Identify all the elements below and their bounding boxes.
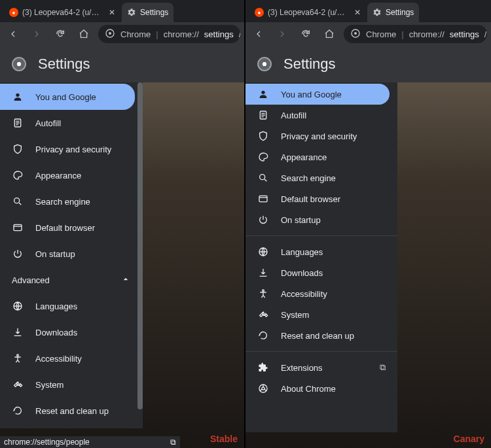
status-bar: chrome://settings/people ⧉ <box>0 436 180 448</box>
tab-title: (3) Leopeva64-2 (u/Leopeva64-2… <box>22 8 103 17</box>
nav-system[interactable]: System <box>245 304 397 325</box>
nav-list: You and Google Autofill Privacy and secu… <box>245 82 397 432</box>
canary-pane: ● (3) Leopeva64-2 (u/Leopeva64-… ✕ Setti… <box>245 0 491 448</box>
nav-label: System <box>281 310 309 320</box>
svg-point-4 <box>14 198 20 203</box>
omnibox-sep: | <box>156 29 158 39</box>
autofill-icon <box>12 117 24 129</box>
nav-search-engine[interactable]: Search engine <box>245 167 397 188</box>
browser-icon <box>257 193 269 205</box>
nav-extensions[interactable]: Extensions ⧉ <box>245 357 397 378</box>
tab-title: Settings <box>140 8 168 17</box>
nav-you-and-google[interactable]: You and Google <box>245 84 390 105</box>
nav-autofill[interactable]: Autofill <box>245 105 397 126</box>
nav-label: Search engine <box>281 173 336 183</box>
forward-button[interactable] <box>273 25 291 43</box>
svg-point-12 <box>260 175 265 180</box>
nav-label: Accessibility <box>35 354 82 364</box>
nav-label: Downloads <box>35 328 77 337</box>
svg-point-15 <box>263 290 264 292</box>
svg-point-10 <box>261 91 264 94</box>
nav-you-and-google[interactable]: You and Google <box>0 84 135 110</box>
nav-accessibility[interactable]: Accessibility <box>245 283 397 304</box>
reset-icon <box>257 330 269 341</box>
nav-on-startup[interactable]: On startup <box>245 209 397 230</box>
nav-search-engine[interactable]: Search engine <box>0 188 143 215</box>
svg-point-17 <box>262 387 264 390</box>
nav-label: Autofill <box>35 118 61 128</box>
nav-appearance[interactable]: Appearance <box>0 162 143 188</box>
nav-downloads[interactable]: Downloads <box>245 262 397 283</box>
nav-label: Privacy and security <box>35 145 111 154</box>
globe-icon <box>257 246 269 258</box>
omnibox-url-strong: settings <box>450 29 479 39</box>
omnibox-prefix: Chrome <box>366 29 396 39</box>
nav-privacy[interactable]: Privacy and security <box>245 126 397 146</box>
svg-point-7 <box>17 354 19 356</box>
back-button[interactable] <box>4 25 22 43</box>
tab-reddit[interactable]: ● (3) Leopeva64-2 (u/Leopeva64-2… ✕ <box>4 3 122 22</box>
nav-label: Accessibility <box>281 289 327 299</box>
palette-icon <box>257 151 269 163</box>
nav-default-browser[interactable]: Default browser <box>245 188 397 209</box>
nav-label: Autofill <box>281 111 306 120</box>
nav-appearance[interactable]: Appearance <box>245 146 397 167</box>
close-icon[interactable]: ✕ <box>107 8 117 17</box>
search-icon <box>257 172 269 184</box>
nav-label: Appearance <box>35 171 81 181</box>
nav-default-browser[interactable]: Default browser <box>0 215 143 241</box>
nav-reset[interactable]: Reset and clean up <box>0 398 143 424</box>
toolbar: Chrome | chrome://settings/people <box>0 22 244 46</box>
tabstrip: ● (3) Leopeva64-2 (u/Leopeva64-… ✕ Setti… <box>245 0 491 22</box>
tab-settings[interactable]: Settings <box>122 3 173 22</box>
reddit-icon: ● <box>9 8 18 17</box>
reset-icon <box>12 405 24 417</box>
nav-on-startup[interactable]: On startup <box>0 241 143 267</box>
download-icon <box>12 326 24 338</box>
nav-accessibility[interactable]: Accessibility <box>0 345 143 371</box>
person-icon <box>12 91 24 103</box>
nav-divider <box>245 235 397 236</box>
nav-reset[interactable]: Reset and clean up <box>245 325 397 346</box>
tab-reddit[interactable]: ● (3) Leopeva64-2 (u/Leopeva64-… ✕ <box>249 3 367 22</box>
home-button[interactable] <box>320 25 338 43</box>
nav-privacy[interactable]: Privacy and security <box>0 136 143 162</box>
person-icon <box>257 88 269 100</box>
nav-label: Extensions <box>281 363 323 373</box>
nav-label: On startup <box>281 215 321 225</box>
stable-pane: ● (3) Leopeva64-2 (u/Leopeva64-2… ✕ Sett… <box>0 0 245 448</box>
omnibox[interactable]: Chrome | chrome://settings/people <box>98 25 240 43</box>
home-button[interactable] <box>75 25 93 43</box>
reddit-icon: ● <box>255 8 264 17</box>
gear-icon <box>127 8 136 17</box>
close-icon[interactable]: ✕ <box>353 8 362 17</box>
status-text: chrome://settings/people <box>4 438 90 447</box>
nav-autofill[interactable]: Autofill <box>0 110 143 136</box>
chrome-icon <box>257 383 269 394</box>
reload-button[interactable] <box>297 25 315 43</box>
accessibility-icon <box>12 353 24 364</box>
nav-label: Privacy and security <box>281 131 357 141</box>
nav-label: You and Google <box>281 90 342 99</box>
svg-point-2 <box>16 94 19 97</box>
tab-settings[interactable]: Settings <box>367 3 419 22</box>
gear-icon <box>373 8 382 17</box>
svg-rect-13 <box>259 196 267 201</box>
back-button[interactable] <box>249 25 268 43</box>
nav-languages[interactable]: Languages <box>0 293 143 319</box>
nav-downloads[interactable]: Downloads <box>0 319 143 345</box>
nav-label: Default browser <box>35 223 95 233</box>
wrench-icon <box>257 309 269 320</box>
nav-label: On startup <box>35 249 75 259</box>
omnibox-url-dim: chrome:// <box>164 29 199 39</box>
shield-icon <box>257 130 269 142</box>
omnibox[interactable]: Chrome | chrome://settings/people <box>344 25 487 43</box>
nav-languages[interactable]: Languages <box>245 241 397 262</box>
advanced-toggle[interactable]: Advanced <box>0 267 143 293</box>
omnibox-url-strong: settings <box>204 29 234 39</box>
reload-button[interactable] <box>51 25 69 43</box>
nav-about-chrome[interactable]: About Chrome <box>245 378 397 399</box>
forward-button[interactable] <box>27 25 46 43</box>
page-title: Settings <box>38 56 90 73</box>
nav-system[interactable]: System <box>0 371 143 398</box>
